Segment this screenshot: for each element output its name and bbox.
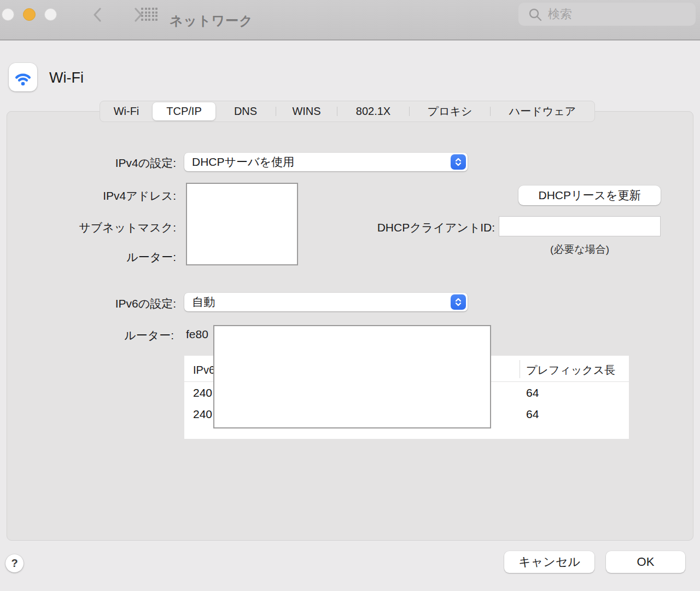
window-toolbar: ネットワーク: [0, 0, 700, 40]
subnet-mask-label: サブネットマスク:: [33, 220, 176, 235]
search-field[interactable]: [518, 3, 696, 26]
tab-proxy[interactable]: プロキシ: [410, 101, 490, 121]
help-button[interactable]: ?: [5, 554, 24, 572]
prefix-length-cell: 64: [526, 386, 539, 399]
prefix-length-cell: 64: [526, 408, 539, 421]
minimize-window-button[interactable]: [23, 8, 36, 21]
dhcp-client-id-input[interactable]: [499, 216, 661, 236]
dhcp-client-id-label: DHCPクライアントID:: [353, 220, 495, 235]
tab-tcpip[interactable]: TCP/IP: [153, 102, 215, 120]
tab-dns[interactable]: DNS: [215, 101, 276, 121]
ipv6-router-value: fe80: [186, 328, 208, 341]
ipv6-method-dropdown[interactable]: 自動: [184, 293, 468, 311]
renew-dhcp-lease-button[interactable]: DHCPリースを更新: [518, 186, 661, 205]
column-divider: [520, 360, 520, 378]
tab-wins[interactable]: WINS: [276, 101, 337, 121]
ipv6-address-cell: 240: [193, 386, 212, 399]
ipv4-router-label: ルーター:: [33, 250, 176, 265]
tab-wifi[interactable]: Wi-Fi: [100, 101, 153, 121]
close-window-button[interactable]: [2, 8, 14, 21]
ipv6-method-value: 自動: [192, 294, 215, 310]
stepper-icon: [451, 294, 466, 310]
wifi-icon: [13, 67, 33, 88]
service-name-label: Wi-Fi: [49, 69, 84, 86]
ipv4-method-value: DHCPサーバを使用: [192, 154, 294, 170]
ipv6-method-label: IPv6の設定:: [33, 296, 176, 311]
cancel-button[interactable]: キャンセル: [504, 551, 594, 573]
zoom-window-button[interactable]: [44, 8, 57, 21]
wifi-service-icon: [9, 63, 37, 91]
ipv4-address-label: IPv4アドレス:: [33, 188, 176, 204]
ipv4-method-dropdown[interactable]: DHCPサーバを使用: [184, 153, 468, 171]
search-input[interactable]: [548, 3, 690, 26]
redaction-box-ipv6-values: [213, 325, 491, 428]
stepper-icon: [451, 154, 466, 170]
ipv6-address-cell: 240: [193, 408, 212, 421]
ipv6-router-label: ルーター:: [33, 328, 174, 343]
back-icon[interactable]: [89, 6, 107, 24]
redaction-box-ipv4-values: [186, 183, 298, 265]
col-prefix-length: プレフィックス長: [526, 363, 615, 378]
tab-8021x[interactable]: 802.1X: [337, 101, 409, 121]
search-icon: [528, 8, 542, 22]
window-title: ネットワーク: [170, 12, 253, 30]
ok-button[interactable]: OK: [606, 551, 685, 573]
tab-bar: Wi-Fi TCP/IP DNS WINS 802.1X プロキシ ハードウェア: [100, 101, 595, 122]
dhcp-client-id-hint: (必要な場合): [499, 242, 661, 257]
show-all-grid-icon[interactable]: [141, 8, 158, 21]
tab-hardware[interactable]: ハードウェア: [491, 101, 594, 121]
ipv4-method-label: IPv4の設定:: [33, 155, 176, 171]
